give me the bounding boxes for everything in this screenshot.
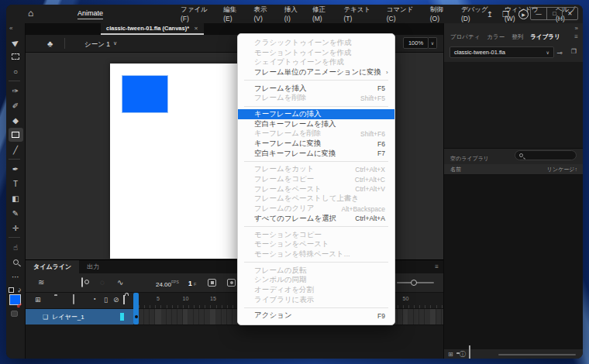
eraser-tool[interactable]: ◆	[9, 113, 23, 127]
zoom-level[interactable]: 100%	[403, 37, 429, 49]
lasso-tool[interactable]: ○	[9, 64, 23, 78]
menubar-item[interactable]: 制御(O)	[430, 5, 451, 22]
share-icon[interactable]: ↥	[487, 10, 493, 19]
classic-brush-tool[interactable]: ✐	[9, 98, 23, 112]
pin-library-icon[interactable]: ⊸	[556, 49, 563, 57]
menubar-item[interactable]: テキスト(T)	[343, 5, 376, 22]
new-library-panel-icon[interactable]: ❐	[571, 48, 577, 55]
linkage-column-header[interactable]: リンケージ↑	[547, 166, 577, 173]
context-menu-item[interactable]: キーフレームに変換F6	[238, 139, 394, 149]
layer-name[interactable]: レイヤー_1	[52, 313, 84, 321]
paint-bucket-tool[interactable]: ◧	[9, 191, 23, 205]
document-tab[interactable]: classic-tween-01.fla (Canvas)* ✕	[101, 23, 204, 35]
close-button[interactable]: ✕	[562, 8, 577, 19]
default-colors-arrow-icon[interactable]: ⇙	[16, 301, 22, 309]
context-menu-item[interactable]: アクションF9	[238, 311, 394, 321]
camera-icon[interactable]	[81, 278, 83, 287]
context-menu-item[interactable]: フレーム単位のアニメーションに変換›	[238, 67, 394, 77]
eyedropper-tool[interactable]: ✎	[9, 206, 23, 220]
layer-color-swatch[interactable]	[120, 313, 124, 321]
pen-tool[interactable]: ✒	[9, 162, 23, 176]
outline-column-icon[interactable]: ▯	[104, 296, 108, 304]
rectangle-tool[interactable]	[9, 128, 23, 142]
library-document-select[interactable]: classic-tween-01.fla ∨	[450, 46, 554, 58]
playhead[interactable]	[133, 293, 139, 325]
delete-item-icon[interactable]	[469, 347, 470, 359]
free-transform-tool[interactable]	[9, 50, 23, 64]
panel-tab[interactable]: プロパティ	[450, 33, 480, 41]
item-properties-icon[interactable]: ⓘ	[460, 350, 466, 359]
color-swatches: ↷ ⇙	[7, 287, 24, 318]
app-name: Animate	[78, 9, 103, 19]
new-symbol-icon[interactable]: ⊞	[448, 351, 453, 358]
menubar-item[interactable]: 編集(E)	[223, 5, 243, 22]
layer-row[interactable]: ❏ レイヤー_1	[26, 309, 133, 325]
menu-separator	[244, 106, 388, 107]
edit-symbols-icon[interactable]: ♣	[47, 39, 53, 48]
selection-tool[interactable]: ▶	[9, 35, 23, 49]
onion-skin-button[interactable]	[208, 279, 216, 287]
menubar-item[interactable]: 表示(V)	[253, 5, 274, 22]
timeline-empty-area	[26, 325, 443, 359]
black-white-button[interactable]	[11, 311, 18, 317]
collapse-panel-icon[interactable]: «	[6, 25, 12, 34]
asset-warp-tool[interactable]: ✛	[9, 221, 23, 235]
scene-chevron-down-icon[interactable]: ∨	[113, 40, 117, 46]
name-column-header[interactable]: 名前	[450, 166, 461, 173]
panel-tab[interactable]: 整列	[512, 33, 523, 41]
library-footer: ⊞ ⓘ	[444, 349, 583, 359]
frame-rate[interactable]: 24.00FPS	[156, 280, 179, 288]
hide-column-icon[interactable]: ⊘	[113, 296, 119, 304]
panel-tab[interactable]: ライブラリ	[530, 33, 560, 41]
more-tools[interactable]: ⋯	[9, 270, 23, 283]
slider-handle[interactable]	[411, 280, 417, 286]
context-menu-item[interactable]: 空白キーフレームを挿入	[238, 119, 394, 129]
panel-tab[interactable]: カラー	[487, 33, 505, 41]
show-all-dot-icon[interactable]: •	[94, 296, 95, 301]
maximize-button[interactable]: □	[546, 8, 562, 19]
animate-window: ⌂ Animate ファイル(F)編集(E)表示(V)挿入(I)修正(M)テキス…	[6, 5, 583, 359]
timeline-tab[interactable]: タイムライン	[26, 260, 79, 273]
context-menu-item[interactable]: 空白キーフレームに変換F7	[238, 149, 394, 159]
menubar-item[interactable]: 修正(M)	[312, 5, 334, 22]
context-menu-item[interactable]: フレームを挿入F5	[238, 84, 394, 94]
layer-parenting-icon[interactable]: ◌	[100, 278, 105, 287]
ruler-number: 50	[403, 296, 409, 301]
keyframe-dot[interactable]	[135, 315, 138, 318]
fluid-brush-tool[interactable]: ✑	[9, 84, 23, 98]
library-search-input[interactable]	[515, 150, 577, 160]
multi-frame-edit-button[interactable]	[227, 279, 236, 287]
minimize-button[interactable]: —	[531, 8, 546, 19]
new-layer-icon[interactable]: ⊞	[35, 296, 41, 304]
library-item-list[interactable]	[444, 175, 583, 349]
current-frame[interactable]: 1 F	[188, 280, 196, 287]
timeline-zoom-slider[interactable]	[397, 282, 434, 283]
hand-tool[interactable]: ☝	[9, 240, 23, 254]
library-panel-menu-icon[interactable]: ≡	[574, 33, 578, 40]
workspace-icon[interactable]: ❐	[502, 10, 509, 19]
timeline-panel-menu-icon[interactable]: ≡	[435, 263, 439, 270]
stage-rectangle-shape[interactable]	[122, 76, 167, 112]
zoom-tool[interactable]	[9, 255, 23, 269]
scene-name[interactable]: シーン 1	[84, 40, 110, 50]
lock-column-icon[interactable]	[123, 296, 125, 304]
context-menu-item[interactable]: キーフレームの挿入	[238, 109, 394, 119]
stroke-color-swatch[interactable]	[9, 287, 14, 293]
text-tool[interactable]: T	[9, 177, 23, 191]
home-icon[interactable]: ⌂	[28, 8, 33, 19]
tab-close-icon[interactable]: ✕	[194, 26, 198, 32]
horizontal-scrollbar[interactable]	[498, 354, 576, 355]
swap-colors-icon[interactable]: ↷	[16, 288, 22, 293]
menubar-item[interactable]: コマンド(C)	[387, 5, 420, 22]
delete-layer-icon[interactable]	[73, 296, 74, 304]
context-menu-item[interactable]: すべてのフレームを選択Ctrl+Alt+A	[238, 214, 394, 224]
timeline-tab[interactable]: 出力	[79, 260, 107, 273]
graph-editor-icon[interactable]: ∿	[117, 278, 123, 287]
test-movie-button[interactable]: ▶	[518, 9, 529, 19]
layers-stack-icon[interactable]: ≋	[38, 278, 44, 287]
zoom-chevron-down-icon[interactable]: ∨	[429, 37, 437, 49]
menubar-item[interactable]: 挿入(I)	[284, 5, 302, 22]
context-menu-item: フレームのクリアAlt+Backspace	[238, 204, 394, 214]
line-tool[interactable]: ╱	[9, 143, 23, 156]
menubar-item[interactable]: ファイル(F)	[181, 5, 213, 22]
